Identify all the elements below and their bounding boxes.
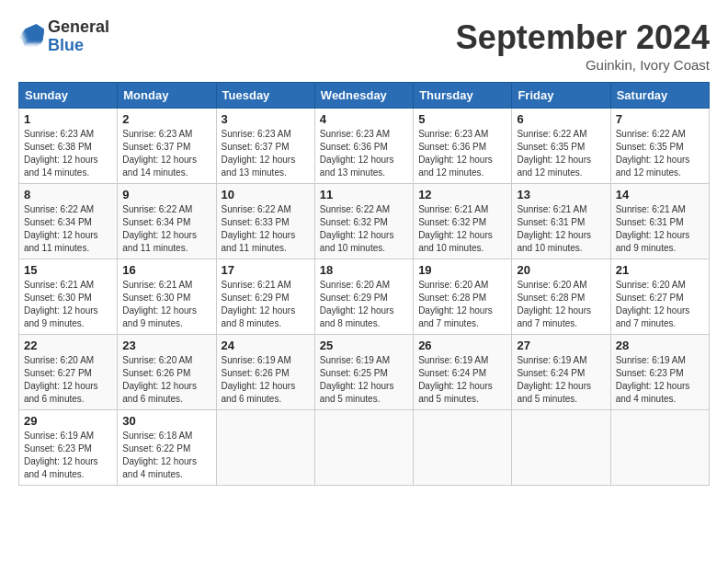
day-info: Sunrise: 6:23 AM Sunset: 6:36 PM Dayligh… (418, 128, 506, 179)
calendar-table: SundayMondayTuesdayWednesdayThursdayFrid… (18, 82, 710, 486)
calendar-cell: 19 Sunrise: 6:20 AM Sunset: 6:28 PM Dayl… (414, 259, 512, 335)
day-number: 28 (616, 339, 704, 352)
day-number: 17 (222, 263, 310, 277)
page-header: General Blue September 2024 Guinkin, Ivo… (18, 18, 710, 73)
day-number: 18 (320, 263, 408, 277)
day-info: Sunrise: 6:22 AM Sunset: 6:34 PM Dayligh… (122, 203, 210, 255)
day-number: 25 (320, 339, 408, 352)
calendar-cell: 22 Sunrise: 6:20 AM Sunset: 6:27 PM Dayl… (19, 335, 118, 410)
day-number: 9 (122, 188, 210, 201)
calendar-cell: 5 Sunrise: 6:23 AM Sunset: 6:36 PM Dayli… (414, 109, 512, 184)
day-info: Sunrise: 6:23 AM Sunset: 6:37 PM Dayligh… (122, 128, 210, 179)
day-info: Sunrise: 6:23 AM Sunset: 6:38 PM Dayligh… (24, 128, 112, 179)
day-info: Sunrise: 6:19 AM Sunset: 6:24 PM Dayligh… (418, 354, 506, 406)
calendar-day-header: Monday (118, 83, 216, 109)
day-number: 19 (418, 263, 506, 277)
calendar-cell: 12 Sunrise: 6:21 AM Sunset: 6:32 PM Dayl… (414, 184, 512, 259)
day-number: 23 (122, 339, 210, 352)
day-info: Sunrise: 6:22 AM Sunset: 6:33 PM Dayligh… (222, 203, 310, 255)
location: Guinkin, Ivory Coast (456, 57, 710, 73)
calendar-header-row: SundayMondayTuesdayWednesdayThursdayFrid… (19, 83, 710, 109)
day-number: 21 (616, 263, 704, 277)
calendar-cell: 17 Sunrise: 6:21 AM Sunset: 6:29 PM Dayl… (216, 259, 314, 335)
day-number: 15 (24, 263, 112, 277)
calendar-cell: 11 Sunrise: 6:22 AM Sunset: 6:32 PM Dayl… (314, 184, 413, 259)
calendar-cell: 24 Sunrise: 6:19 AM Sunset: 6:26 PM Dayl… (216, 335, 314, 410)
calendar-cell: 4 Sunrise: 6:23 AM Sunset: 6:36 PM Dayli… (314, 109, 413, 184)
day-number: 24 (222, 339, 310, 352)
calendar-cell: 29 Sunrise: 6:19 AM Sunset: 6:23 PM Dayl… (19, 410, 118, 486)
logo: General Blue (18, 18, 109, 55)
logo-text: General Blue (48, 18, 109, 55)
day-number: 4 (320, 112, 408, 126)
day-info: Sunrise: 6:21 AM Sunset: 6:31 PM Dayligh… (616, 203, 704, 255)
day-info: Sunrise: 6:22 AM Sunset: 6:32 PM Dayligh… (320, 203, 408, 255)
day-info: Sunrise: 6:20 AM Sunset: 6:27 PM Dayligh… (24, 354, 112, 406)
calendar-week-row: 8 Sunrise: 6:22 AM Sunset: 6:34 PM Dayli… (19, 184, 710, 259)
calendar-cell: 21 Sunrise: 6:20 AM Sunset: 6:27 PM Dayl… (610, 259, 709, 335)
logo-icon (18, 24, 44, 50)
day-info: Sunrise: 6:21 AM Sunset: 6:30 PM Dayligh… (24, 279, 112, 330)
calendar-cell (216, 410, 314, 486)
day-number: 8 (24, 188, 112, 201)
calendar-cell: 1 Sunrise: 6:23 AM Sunset: 6:38 PM Dayli… (19, 109, 118, 184)
calendar-cell: 26 Sunrise: 6:19 AM Sunset: 6:24 PM Dayl… (414, 335, 512, 410)
day-info: Sunrise: 6:20 AM Sunset: 6:28 PM Dayligh… (418, 279, 506, 330)
calendar-cell: 6 Sunrise: 6:22 AM Sunset: 6:35 PM Dayli… (512, 109, 610, 184)
day-info: Sunrise: 6:19 AM Sunset: 6:24 PM Dayligh… (517, 354, 605, 406)
day-number: 13 (517, 188, 605, 201)
day-number: 29 (24, 414, 112, 428)
calendar-day-header: Tuesday (216, 83, 314, 109)
day-number: 27 (517, 339, 605, 352)
day-info: Sunrise: 6:20 AM Sunset: 6:26 PM Dayligh… (122, 354, 210, 406)
day-number: 1 (24, 112, 112, 126)
day-info: Sunrise: 6:21 AM Sunset: 6:31 PM Dayligh… (517, 203, 605, 255)
calendar-cell (610, 410, 709, 486)
calendar-cell: 15 Sunrise: 6:21 AM Sunset: 6:30 PM Dayl… (19, 259, 118, 335)
day-info: Sunrise: 6:19 AM Sunset: 6:26 PM Dayligh… (222, 354, 310, 406)
day-info: Sunrise: 6:22 AM Sunset: 6:35 PM Dayligh… (517, 128, 605, 179)
calendar-day-header: Friday (512, 83, 610, 109)
calendar-cell: 7 Sunrise: 6:22 AM Sunset: 6:35 PM Dayli… (610, 109, 709, 184)
day-info: Sunrise: 6:23 AM Sunset: 6:36 PM Dayligh… (320, 128, 408, 179)
calendar-cell: 2 Sunrise: 6:23 AM Sunset: 6:37 PM Dayli… (118, 109, 216, 184)
day-number: 20 (517, 263, 605, 277)
day-number: 26 (418, 339, 506, 352)
logo-blue: Blue (48, 37, 109, 55)
day-info: Sunrise: 6:20 AM Sunset: 6:27 PM Dayligh… (616, 279, 704, 330)
day-info: Sunrise: 6:20 AM Sunset: 6:29 PM Dayligh… (320, 279, 408, 330)
calendar-cell: 3 Sunrise: 6:23 AM Sunset: 6:37 PM Dayli… (216, 109, 314, 184)
day-number: 2 (122, 112, 210, 126)
calendar-cell: 8 Sunrise: 6:22 AM Sunset: 6:34 PM Dayli… (19, 184, 118, 259)
day-number: 12 (418, 188, 506, 201)
calendar-cell: 18 Sunrise: 6:20 AM Sunset: 6:29 PM Dayl… (314, 259, 413, 335)
day-info: Sunrise: 6:21 AM Sunset: 6:32 PM Dayligh… (418, 203, 506, 255)
day-info: Sunrise: 6:23 AM Sunset: 6:37 PM Dayligh… (222, 128, 310, 179)
calendar-day-header: Saturday (610, 83, 709, 109)
day-number: 16 (122, 263, 210, 277)
day-number: 14 (616, 188, 704, 201)
calendar-cell: 23 Sunrise: 6:20 AM Sunset: 6:26 PM Dayl… (118, 335, 216, 410)
day-info: Sunrise: 6:20 AM Sunset: 6:28 PM Dayligh… (517, 279, 605, 330)
calendar-day-header: Wednesday (314, 83, 413, 109)
calendar-cell: 14 Sunrise: 6:21 AM Sunset: 6:31 PM Dayl… (610, 184, 709, 259)
calendar-cell: 10 Sunrise: 6:22 AM Sunset: 6:33 PM Dayl… (216, 184, 314, 259)
calendar-cell: 28 Sunrise: 6:19 AM Sunset: 6:23 PM Dayl… (610, 335, 709, 410)
calendar-week-row: 29 Sunrise: 6:19 AM Sunset: 6:23 PM Dayl… (19, 410, 710, 486)
month-title: September 2024 (456, 18, 710, 57)
day-number: 6 (517, 112, 605, 126)
calendar-cell (414, 410, 512, 486)
calendar-week-row: 1 Sunrise: 6:23 AM Sunset: 6:38 PM Dayli… (19, 109, 710, 184)
calendar-day-header: Thursday (414, 83, 512, 109)
day-number: 7 (616, 112, 704, 126)
calendar-cell: 30 Sunrise: 6:18 AM Sunset: 6:22 PM Dayl… (118, 410, 216, 486)
day-info: Sunrise: 6:18 AM Sunset: 6:22 PM Dayligh… (122, 430, 210, 481)
day-number: 3 (222, 112, 310, 126)
day-info: Sunrise: 6:22 AM Sunset: 6:34 PM Dayligh… (24, 203, 112, 255)
calendar-cell: 27 Sunrise: 6:19 AM Sunset: 6:24 PM Dayl… (512, 335, 610, 410)
day-info: Sunrise: 6:19 AM Sunset: 6:23 PM Dayligh… (616, 354, 704, 406)
calendar-cell: 20 Sunrise: 6:20 AM Sunset: 6:28 PM Dayl… (512, 259, 610, 335)
title-block: September 2024 Guinkin, Ivory Coast (456, 18, 710, 73)
calendar-week-row: 22 Sunrise: 6:20 AM Sunset: 6:27 PM Dayl… (19, 335, 710, 410)
calendar-cell (512, 410, 610, 486)
